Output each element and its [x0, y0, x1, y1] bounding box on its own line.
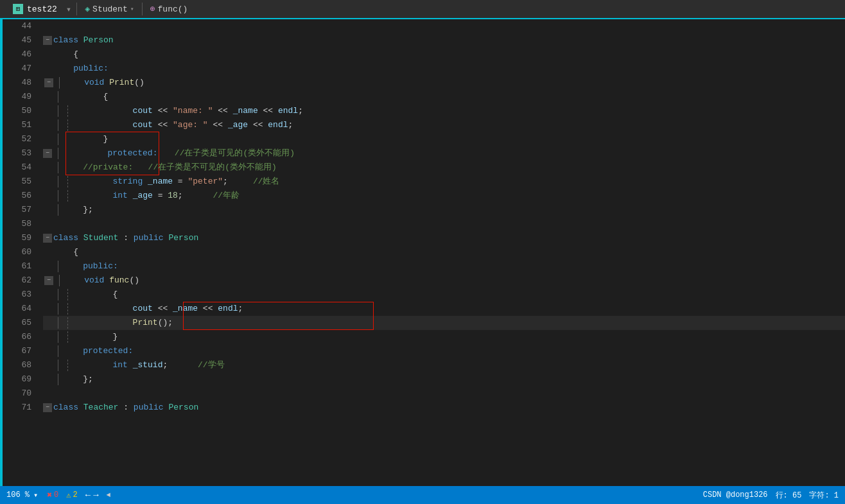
nav-back-button[interactable]: ← [85, 490, 91, 500]
kw-public-61: public: [63, 259, 118, 274]
warning-badge[interactable]: ⚠ 2 [66, 491, 77, 500]
fold-icon-48[interactable]: − [44, 78, 53, 87]
cout-50: cout [73, 104, 153, 118]
line-num-62: 62 [3, 274, 31, 288]
kw-public-59: public [134, 231, 169, 245]
eq-55: = [173, 175, 187, 189]
endl-64: endl [218, 302, 238, 316]
zoom-control[interactable]: 106 % ▾ [6, 491, 39, 500]
line-num-45: 45 [3, 33, 31, 48]
scroll-left-indicator: ◄ [107, 491, 111, 499]
line-num-49: 49 [3, 90, 31, 104]
code-line-63: { [43, 288, 845, 302]
semi-56: ; [178, 189, 213, 203]
code-line-45: − class Person [43, 33, 845, 48]
op2-64: << [198, 302, 218, 316]
class-teacher-71: Teacher [83, 401, 119, 415]
separator-1 [76, 3, 77, 15]
class-person-59: Person [168, 231, 198, 245]
file-tab[interactable]: ⊞ test22 [6, 4, 64, 14]
kw-class-59: class [53, 231, 83, 245]
brace-close-57: }; [63, 203, 93, 217]
code-line-60: { [43, 245, 845, 259]
kw-class-45: class [53, 33, 83, 48]
warning-count: 2 [73, 491, 78, 500]
nav-arrows: ← → [85, 490, 99, 500]
func-func-62: func [109, 274, 129, 288]
error-badge[interactable]: ✖ 0 [47, 490, 58, 500]
code-line-69: }; [43, 372, 845, 387]
line-num-58: 58 [3, 217, 31, 231]
code-line-56: int _age = 18 ; //年龄 [43, 189, 845, 203]
endl-51: endl [268, 118, 288, 132]
class-dropdown[interactable]: ◈ Student ▾ [80, 4, 139, 14]
line-num-48: 48 [3, 76, 31, 90]
warning-icon: ⚠ [66, 491, 71, 500]
code-line-57: }; [43, 203, 845, 217]
comment-56: //年龄 [213, 189, 240, 203]
line-num-68: 68 [3, 358, 31, 372]
line-num-63: 63 [3, 288, 31, 302]
fold-icon-71[interactable]: − [43, 403, 52, 412]
error-count: 0 [54, 491, 58, 500]
space-53 [159, 146, 174, 161]
code-area[interactable]: − class Person { public: − void Print () [38, 19, 845, 486]
zoom-dropdown-arrow[interactable]: ▾ [32, 491, 39, 500]
lines-64-65-container: cout << _name << endl ; Print (); [43, 302, 845, 330]
line-num-59: 59 [3, 231, 31, 245]
num-56: 18 [168, 189, 178, 203]
fold-icon-62[interactable]: − [44, 276, 53, 285]
func-icon: ⊕ [150, 4, 155, 14]
fold-icon-53[interactable]: − [43, 149, 52, 158]
class-student: Student [83, 231, 119, 245]
char-position: 字符: 1 [809, 490, 839, 501]
code-line-61: public: [43, 259, 845, 274]
line-num-44: 44 [3, 19, 31, 33]
fold-icon-59[interactable]: − [43, 234, 52, 243]
status-left: 106 % ▾ ✖ 0 ⚠ 2 ← → ◄ [6, 490, 110, 500]
semi-55: ; [223, 175, 253, 189]
nav-forward-button[interactable]: → [93, 490, 98, 500]
cout-64: cout [73, 302, 153, 316]
code-line-50: cout << "name: " << _name << endl ; [43, 104, 845, 118]
func-dropdown[interactable]: ⊕ func() [145, 4, 193, 14]
class-person-71: Person [168, 401, 198, 415]
line-num-70: 70 [3, 387, 31, 401]
status-bar: 106 % ▾ ✖ 0 ⚠ 2 ← → ◄ CSDN @dong1326 行: … [0, 486, 845, 504]
line-num-57: 57 [3, 203, 31, 217]
brace-60: { [53, 245, 78, 259]
op2-50: << [213, 104, 232, 118]
line-num-53: 53 [3, 146, 31, 161]
file-name: test22 [27, 4, 57, 14]
line-num-52: 52 [3, 132, 31, 146]
line-num-64: 64 [3, 302, 31, 316]
separator-2 [142, 3, 143, 15]
line-num-66: 66 [3, 330, 31, 344]
line-num-71: 71 [3, 401, 31, 415]
var-name-50: _name [233, 104, 258, 118]
kw-public-71: public [134, 401, 169, 415]
paren-48: () [134, 76, 144, 90]
code-line-64: cout << _name << endl ; [43, 302, 845, 316]
code-line-70 [43, 387, 845, 401]
str-51: "age: " [173, 118, 208, 132]
semi-50: ; [298, 104, 303, 118]
op-51: << [153, 118, 173, 132]
class-dropdown-arrow: ▾ [130, 5, 134, 13]
kw-protected-53: protected: [107, 148, 157, 158]
zoom-level: 106 % [6, 491, 30, 500]
code-line-51: cout << "age: " << _age << endl ; [43, 118, 845, 132]
error-icon: ✖ [47, 490, 52, 500]
var-stuid-68: _stuid [133, 358, 163, 372]
var-age-56: _age [133, 189, 153, 203]
paren-62: () [129, 274, 139, 288]
line-numbers: 44 45 46 47 48 49 50 51 52 53 54 55 56 5… [3, 19, 38, 486]
code-line-71: − class Teacher : public Person [43, 401, 845, 415]
op-50: << [153, 104, 173, 118]
kw-string-55: string [73, 175, 148, 189]
dropdown-arrow-1[interactable]: ▾ [66, 4, 71, 15]
func-print-48: Print [109, 76, 134, 90]
code-line-55: string _name = "peter" ; //姓名 [43, 175, 845, 189]
fold-icon-45[interactable]: − [43, 36, 52, 45]
status-right: CSDN @dong1326 行: 65 字符: 1 [703, 490, 839, 501]
